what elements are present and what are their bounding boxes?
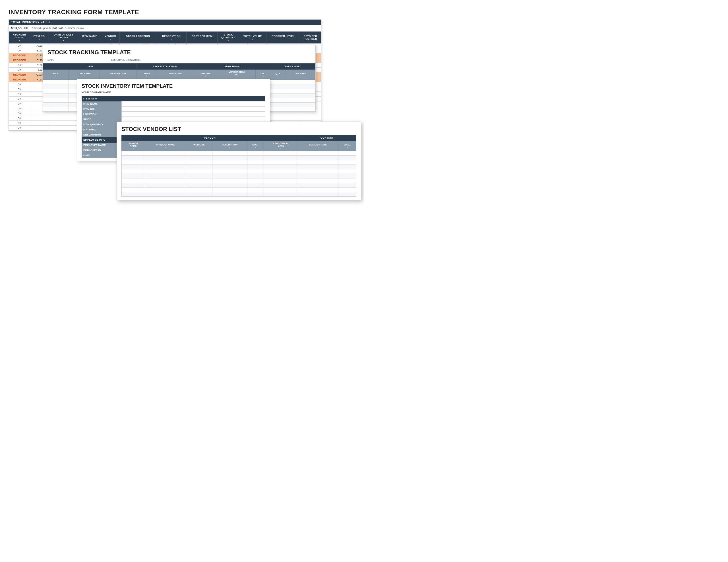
col-reorder-level: REORDER LEVEL▼	[266, 32, 300, 43]
sub-qty: QTY▼	[271, 70, 285, 80]
col-description: DESCRIPTION▼	[156, 32, 186, 43]
group-vendor: VENDOR	[122, 135, 298, 141]
page-title: INVENTORY TRACKING FORM TEMPLATE	[9, 9, 355, 16]
sub-web-link: WEB LINK▼	[186, 141, 212, 151]
sub-description: DESCRIPTION▼	[212, 141, 247, 151]
table-row	[122, 169, 356, 174]
sub-cost: COST▼	[247, 141, 264, 151]
field-item-name: ITEM NAME	[82, 101, 265, 107]
sub-vendor: VENDOR▼	[193, 70, 218, 80]
table-row	[122, 151, 356, 156]
table-row	[122, 156, 356, 160]
sub-product-name: PRODUCT NAME▼	[145, 141, 186, 151]
sub-area: AREA▼	[137, 70, 157, 80]
sig-label: EMPLOYEE SIGNATURE	[111, 59, 140, 61]
table-row	[122, 165, 356, 169]
col-vendor: VENDOR▼	[101, 32, 120, 43]
group-stock-location: STOCK LOCATION	[137, 64, 193, 70]
sub-shelf-bin: SHELF / BIN▼	[157, 70, 193, 80]
col-item-name: ITEM NAME▼	[78, 32, 101, 43]
sub-description: DESCRIPTION▼	[100, 70, 137, 80]
date-label: DATE	[47, 59, 54, 61]
sub-email: EMA...▼	[338, 141, 356, 151]
col-cost-per-item: COST PER ITEM▼	[187, 32, 218, 43]
total-inventory-header: TOTAL INVENTORY VALUE	[9, 20, 321, 25]
stock-tracking-title: STOCK TRACKING TEMPLATE	[43, 45, 315, 57]
table-row	[122, 179, 356, 183]
total-value-amount: $13,550.00	[11, 26, 28, 30]
group-contact: CONTACT	[298, 135, 356, 141]
sub-unit: UNIT▼	[255, 70, 271, 80]
table-row	[122, 183, 356, 188]
stock-vendor-title: STOCK VENDOR LIST	[117, 122, 361, 135]
sub-item-area: ITEM AREA▼	[285, 70, 315, 80]
sub-vendor-item-no: VENDOR ITEMNO.▼	[218, 70, 256, 80]
col-total-value: TOTAL VALUE▼	[239, 32, 266, 43]
group-inventory: INVENTORY	[271, 64, 315, 70]
field-item-no: ITEM NO.	[82, 107, 265, 112]
table-row	[122, 192, 356, 197]
table-row	[122, 160, 356, 165]
col-stock-qty: STOCKQUANTITY▼	[218, 32, 239, 43]
stock-inv-title: STOCK INVENTORY ITEM TEMPLATE	[77, 79, 270, 90]
group-purchase: PURCHASE	[193, 64, 271, 70]
sub-contact-name: CONTACT NAME▼	[298, 141, 338, 151]
sub-item-no: ITEM NO.▼	[43, 70, 69, 80]
table-row	[122, 188, 356, 192]
sub-item-name: ITEM NAME▼	[69, 70, 100, 80]
col-days-per-reorder: DAYS PERREORDER	[300, 32, 321, 43]
col-date: DATE OF LASTORDER▼	[49, 32, 78, 43]
group-item: ITEM	[43, 64, 137, 70]
stock-vendor-card: STOCK VENDOR LIST VENDOR CONTACT VENDORN…	[117, 122, 361, 200]
sub-vendor-name: VENDORNAME▼	[122, 141, 145, 151]
table-row	[122, 174, 356, 179]
col-reorder: REORDER(auto-fill)▼	[9, 32, 30, 43]
vendor-table: VENDOR CONTACT VENDORNAME▼ PRODUCT NAME▼…	[121, 135, 356, 197]
col-item-no: ITEM NO.▼	[30, 32, 49, 43]
total-value-note: *Based upon TOTAL VALUE fields, below.	[32, 27, 84, 30]
company-name-label: YOUR COMPANY NAME	[77, 90, 270, 96]
field-price: PRICE	[82, 117, 265, 122]
section-item-info: ITEM INFO	[82, 96, 265, 101]
sub-lead-time: LEAD TIME INDAYS▼	[264, 141, 298, 151]
field-location: LOCATION	[82, 112, 265, 117]
col-stock-location: STOCK LOCATION▼	[120, 32, 156, 43]
